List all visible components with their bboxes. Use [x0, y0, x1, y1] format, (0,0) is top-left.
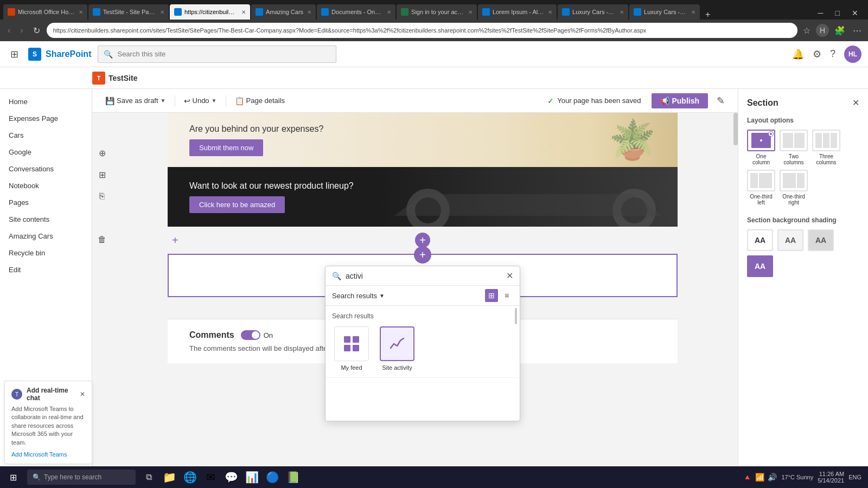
chat-description: Add Microsoft Teams to collaborate in re… — [11, 405, 85, 447]
edge-taskbar-icon[interactable]: 🌐 — [180, 467, 200, 487]
tab[interactable]: Luxury Cars - Sedans... ✕ — [629, 4, 700, 20]
browser-menu-icon[interactable]: ⋯ — [851, 25, 864, 36]
back-button[interactable]: ‹ — [4, 25, 14, 35]
mail-taskbar-icon[interactable]: ✉ — [201, 467, 220, 487]
notification-bell-icon[interactable]: 🔔 — [792, 48, 804, 60]
chat-close-icon[interactable]: ✕ — [80, 390, 85, 398]
close-button[interactable]: ✕ — [847, 7, 863, 20]
avatar[interactable]: HL — [844, 46, 861, 63]
sidebar-item-edit[interactable]: Edit — [0, 261, 92, 278]
tab[interactable]: Lorem Ipsum - All the... ✕ — [478, 4, 557, 20]
reload-button[interactable]: ↻ — [30, 25, 43, 36]
right-panel-close-icon[interactable]: ✕ — [852, 98, 859, 108]
minimize-button[interactable]: ─ — [814, 7, 828, 20]
search-result-site-activity[interactable]: Site activity — [378, 326, 417, 371]
edit-mode-button[interactable]: ✎ — [712, 93, 729, 109]
search-results-tab[interactable]: Search results ▼ — [332, 292, 385, 300]
help-icon[interactable]: ? — [830, 48, 835, 60]
undo-button[interactable]: ↩ Undo ▼ — [180, 94, 221, 107]
search-popup-input[interactable] — [346, 272, 502, 280]
app-icon-1[interactable]: 📊 — [242, 467, 261, 487]
delete-icon[interactable]: 🗑 — [94, 232, 110, 247]
taskbar-right: 🔺📶🔊 17°C Sunny 11:26 AM 5/14/2021 ENG — [743, 471, 866, 484]
app-icon-3[interactable]: 📗 — [283, 467, 303, 487]
sidebar-item-recycle-bin[interactable]: Recycle bin — [0, 245, 92, 261]
sidebar-item-google[interactable]: Google — [0, 144, 92, 160]
undo-dropdown-arrow[interactable]: ▼ — [212, 98, 217, 104]
sidebar-item-pages[interactable]: Pages — [0, 194, 92, 211]
search-result-my-feed[interactable]: My feed — [332, 326, 371, 371]
teams-taskbar-icon[interactable]: 💬 — [221, 467, 241, 487]
save-draft-button[interactable]: 💾 Save as draft ▼ — [101, 94, 170, 107]
section-selector-button[interactable]: + — [414, 246, 431, 264]
start-button[interactable]: ⊞ — [2, 466, 24, 488]
duplicate-icon[interactable]: ⎘ — [94, 189, 110, 204]
layout-two-columns[interactable]: Twocolumns — [780, 130, 808, 165]
add-webpart-button[interactable]: + — [415, 233, 430, 248]
site-name[interactable]: T TestSite — [92, 72, 137, 85]
canvas-scrollbar[interactable] — [733, 113, 738, 466]
tab[interactable]: TestSite - Site Pages - ✕ — [88, 4, 169, 20]
scrollbar-thumb[interactable] — [733, 113, 738, 145]
task-view-button[interactable]: ⧉ — [139, 467, 158, 487]
bookmark-icon[interactable]: ☆ — [801, 25, 813, 36]
layout-one-third-left[interactable]: One-thirdleft — [747, 170, 775, 206]
layout-one-third-right[interactable]: One-thirdright — [780, 170, 808, 206]
tab[interactable]: Sign in to your accou... ✕ — [397, 4, 477, 20]
sidebar-item-amazing-cars[interactable]: Amazing Cars — [0, 228, 92, 245]
sp-logo: S — [28, 48, 41, 61]
site-nav-bar: T TestSite — [0, 67, 868, 89]
app-icon-2[interactable]: 🔵 — [263, 467, 282, 487]
address-text: https://citizenbuilders.sharepoint.com/s… — [53, 27, 647, 34]
search-taskbar[interactable]: 🔍 Type here to search — [27, 470, 136, 485]
tab[interactable]: Microsoft Office Home ✕ — [3, 4, 87, 20]
tab[interactable]: Luxury Cars - Sedans ✕ — [558, 4, 628, 20]
sp-brand: S SharePoint — [28, 48, 91, 61]
add-column-left-button[interactable]: + — [172, 234, 178, 247]
shading-white[interactable]: AA — [747, 229, 773, 251]
right-panel: Section ✕ Layout options Onecolumn — [738, 89, 868, 466]
move-icon[interactable]: ⊕ — [94, 145, 110, 160]
save-dropdown-arrow[interactable]: ▼ — [161, 98, 166, 104]
sp-search-box[interactable]: 🔍 — [98, 46, 336, 63]
address-bar[interactable]: https://citizenbuilders.sharepoint.com/s… — [47, 23, 797, 38]
layout-three-columns[interactable]: Threecolumns — [812, 130, 840, 165]
shading-light[interactable]: AA — [777, 229, 803, 251]
file-explorer-icon[interactable]: 📁 — [159, 467, 179, 487]
toggle-label: On — [264, 331, 273, 339]
layout-icon[interactable]: ⊞ — [94, 167, 110, 182]
grid-view-button[interactable]: ⊞ — [485, 289, 498, 302]
list-view-button[interactable]: ≡ — [500, 289, 513, 302]
layout-one-column[interactable]: Onecolumn — [747, 130, 775, 165]
add-teams-link[interactable]: Add Microsoft Teams — [11, 451, 67, 458]
comments-toggle[interactable]: On — [241, 330, 273, 340]
sidebar-item-notebook[interactable]: Notebook — [0, 177, 92, 194]
banner-1-button[interactable]: Submit them now — [189, 139, 263, 156]
popup-scrollbar[interactable] — [514, 306, 518, 377]
sidebar-item-expenses[interactable]: Expenses Page — [0, 110, 92, 127]
sidebar-item-home[interactable]: Home — [0, 93, 92, 110]
tab-active[interactable]: https://citizenbuilders... ✕ — [170, 4, 250, 20]
new-tab-button[interactable]: + — [701, 10, 714, 20]
shading-medium[interactable]: AA — [808, 229, 834, 251]
sidebar-item-conversations[interactable]: Conversations — [0, 160, 92, 177]
forward-button[interactable]: › — [17, 25, 26, 35]
profile-icon[interactable]: H — [816, 24, 829, 37]
publish-button[interactable]: 📢 Publish — [652, 93, 708, 108]
tab[interactable]: Amazing Cars ✕ — [251, 4, 316, 20]
maximize-button[interactable]: □ — [831, 7, 844, 20]
waffle-icon[interactable]: ⊞ — [7, 48, 22, 60]
one-column-label: Onecolumn — [752, 153, 770, 165]
sidebar-item-cars[interactable]: Cars — [0, 127, 92, 144]
extensions-icon[interactable]: 🧩 — [832, 25, 847, 36]
settings-gear-icon[interactable]: ⚙ — [813, 48, 821, 60]
sidebar-item-site-contents[interactable]: Site contents — [0, 211, 92, 228]
page-details-button[interactable]: 📋 Page details — [231, 94, 290, 107]
search-input[interactable] — [117, 50, 330, 58]
shading-dark[interactable]: AA — [747, 255, 773, 277]
taskbar-sys-icons[interactable]: 🔺📶🔊 — [743, 473, 777, 481]
toggle-track[interactable] — [241, 330, 260, 340]
tab[interactable]: Documents - OneDri... ✕ — [317, 4, 395, 20]
banner-2-button[interactable]: Click here to be amazed — [189, 196, 285, 213]
search-popup-close-icon[interactable]: ✕ — [506, 271, 513, 281]
